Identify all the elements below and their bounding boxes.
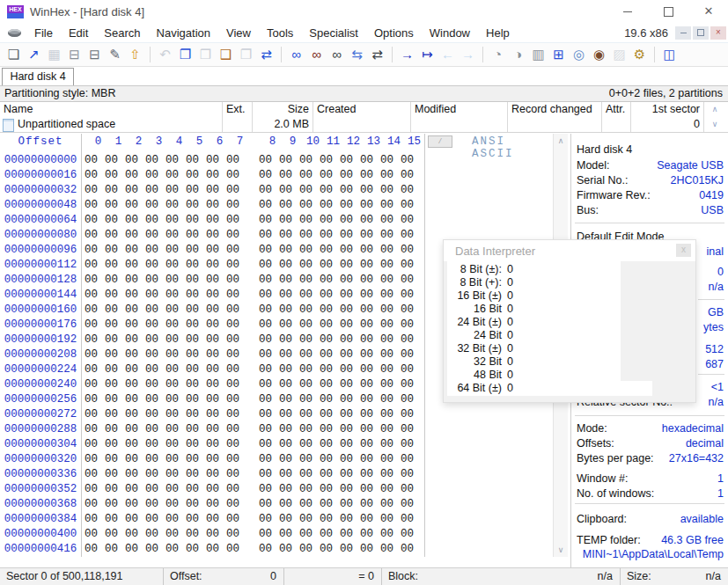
hex-byte[interactable]: 00 — [162, 377, 182, 392]
find-text-icon[interactable]: ∞ — [286, 45, 306, 64]
hex-byte[interactable]: 00 — [142, 273, 162, 288]
hex-byte[interactable]: 00 — [357, 228, 377, 243]
hex-byte[interactable]: 00 — [296, 392, 316, 407]
hex-byte[interactable]: 00 — [142, 377, 162, 392]
find-hex-values-icon[interactable]: ∞ — [327, 45, 347, 64]
hex-byte[interactable]: 00 — [397, 362, 417, 377]
status-offset[interactable]: Offset: 0 — [164, 568, 284, 585]
hex-byte[interactable]: 00 — [357, 392, 377, 407]
hex-byte[interactable]: 00 — [182, 273, 202, 288]
hex-byte[interactable]: 00 — [397, 288, 417, 303]
edit-properties-icon[interactable]: ✎ — [105, 45, 125, 64]
hex-byte[interactable]: 00 — [142, 362, 162, 377]
hex-byte[interactable]: 00 — [202, 392, 223, 407]
binary-conversion-icon[interactable]: ⇄ — [256, 45, 276, 64]
hex-byte[interactable]: 00 — [101, 497, 121, 512]
hex-byte[interactable]: 00 — [336, 333, 357, 347]
hex-byte[interactable]: 00 — [142, 288, 162, 303]
hex-byte[interactable]: 00 — [121, 318, 142, 333]
hex-byte[interactable]: 00 — [101, 153, 121, 168]
hex-byte[interactable]: 00 — [202, 153, 223, 168]
hex-byte[interactable]: 00 — [121, 422, 142, 437]
hex-byte[interactable]: 00 — [296, 497, 316, 512]
maximize-button[interactable] — [649, 0, 688, 25]
hex-byte[interactable]: 00 — [316, 527, 336, 542]
hex-byte[interactable]: 00 — [81, 407, 101, 422]
hex-byte[interactable]: 00 — [357, 362, 377, 377]
menu-item-navigation[interactable]: Navigation — [149, 25, 218, 42]
hex-byte[interactable]: 00 — [142, 542, 162, 557]
hex-byte[interactable]: 00 — [276, 303, 296, 318]
hex-byte[interactable]: 00 — [276, 228, 296, 243]
hex-byte[interactable]: 00 — [255, 258, 276, 273]
hex-byte[interactable]: 00 — [182, 437, 202, 452]
hex-byte[interactable]: 00 — [296, 377, 316, 392]
hex-byte[interactable]: 00 — [336, 392, 357, 407]
hex-byte[interactable]: 00 — [276, 542, 296, 557]
status-block[interactable]: Block: n/a — [382, 568, 621, 585]
hex-byte[interactable]: 00 — [162, 168, 182, 183]
hex-byte[interactable]: 00 — [296, 168, 316, 183]
hex-byte[interactable]: 00 — [255, 303, 276, 318]
hex-byte[interactable]: 00 — [121, 333, 142, 347]
hex-byte[interactable]: 00 — [121, 228, 142, 243]
hex-byte[interactable]: 00 — [142, 303, 162, 318]
hex-byte[interactable]: 00 — [142, 422, 162, 437]
hex-byte[interactable]: 00 — [101, 273, 121, 288]
hex-byte[interactable]: 00 — [182, 527, 202, 542]
hex-byte[interactable]: 00 — [182, 512, 202, 527]
hex-byte[interactable]: 00 — [81, 422, 101, 437]
hex-byte[interactable]: 00 — [255, 228, 276, 243]
hex-byte[interactable]: 00 — [223, 542, 243, 557]
hex-byte[interactable]: 00 — [202, 362, 223, 377]
hex-byte[interactable]: 00 — [121, 153, 142, 168]
replace-hex-icon[interactable]: ⇄ — [367, 45, 387, 64]
column-header-1st-sector[interactable]: 1st sector — [631, 102, 704, 117]
menu-item-options[interactable]: Options — [366, 25, 422, 42]
hex-byte[interactable]: 00 — [255, 333, 276, 347]
hex-byte[interactable]: 00 — [162, 288, 182, 303]
hex-byte[interactable]: 00 — [202, 288, 223, 303]
hex-byte[interactable]: 00 — [142, 407, 162, 422]
hex-byte[interactable]: 00 — [81, 153, 101, 168]
hex-byte[interactable]: 00 — [357, 377, 377, 392]
hex-byte[interactable]: 00 — [336, 347, 357, 362]
hex-byte[interactable]: 00 — [336, 198, 357, 213]
hex-byte[interactable]: 00 — [162, 362, 182, 377]
hex-byte[interactable]: 00 — [81, 467, 101, 482]
hex-byte[interactable]: 00 — [336, 452, 357, 467]
hex-byte[interactable]: 00 — [255, 407, 276, 422]
column-header-created[interactable]: Created — [313, 102, 411, 117]
hex-byte[interactable]: 00 — [101, 183, 121, 198]
hex-byte[interactable]: 00 — [223, 467, 243, 482]
hex-byte[interactable]: 00 — [377, 333, 397, 347]
magnifier-icon[interactable]: ◎ — [569, 45, 589, 64]
hex-byte[interactable]: 00 — [276, 273, 296, 288]
hex-byte[interactable]: 00 — [142, 437, 162, 452]
hex-byte[interactable]: 00 — [182, 168, 202, 183]
hex-byte[interactable]: 00 — [162, 512, 182, 527]
hex-byte[interactable]: 00 — [377, 347, 397, 362]
hex-byte[interactable]: 00 — [276, 153, 296, 168]
hex-byte[interactable]: 00 — [223, 243, 243, 258]
hex-byte[interactable]: 00 — [81, 482, 101, 497]
hex-byte[interactable]: 00 — [202, 482, 223, 497]
hex-byte[interactable]: 00 — [397, 497, 417, 512]
hex-byte[interactable]: 00 — [336, 497, 357, 512]
hex-byte[interactable]: 00 — [101, 228, 121, 243]
hex-byte[interactable]: 00 — [202, 542, 223, 557]
hex-byte[interactable]: 00 — [255, 512, 276, 527]
hex-byte[interactable]: 00 — [101, 542, 121, 557]
hex-byte[interactable]: 00 — [397, 467, 417, 482]
hex-byte[interactable]: 00 — [162, 542, 182, 557]
hex-byte[interactable]: 00 — [223, 437, 243, 452]
hex-byte[interactable]: 00 — [357, 333, 377, 347]
hex-byte[interactable]: 00 — [255, 243, 276, 258]
hex-byte[interactable]: 00 — [182, 318, 202, 333]
hex-byte[interactable]: 00 — [397, 437, 417, 452]
hex-byte[interactable]: 00 — [377, 542, 397, 557]
hex-byte[interactable]: 00 — [101, 198, 121, 213]
hex-byte[interactable]: 00 — [276, 333, 296, 347]
hex-byte[interactable]: 00 — [223, 512, 243, 527]
hex-byte[interactable]: 00 — [397, 377, 417, 392]
